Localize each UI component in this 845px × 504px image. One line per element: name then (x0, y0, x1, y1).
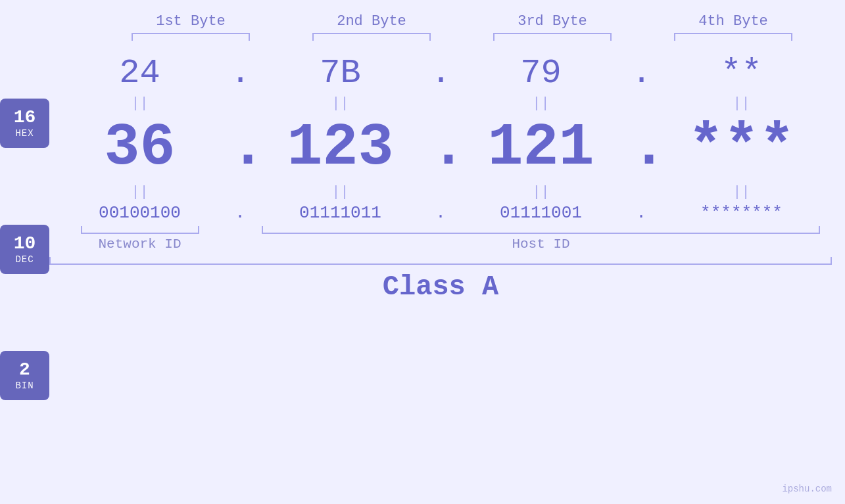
hex-dot1: . (230, 54, 250, 93)
full-bracket-line (49, 257, 832, 265)
dec-byte3: 121 (450, 114, 631, 181)
hex-value-row: 24 . 7B . 79 . ** (49, 54, 832, 93)
hex-byte1: 24 (49, 54, 230, 93)
top-brackets (39, 33, 845, 41)
id-labels: Network ID Host ID (49, 237, 832, 252)
hex-dot3: . (631, 54, 651, 93)
hex-byte4: ** (651, 54, 832, 93)
bracket-line-byte2 (312, 33, 431, 41)
dec-dot3: . (631, 114, 651, 181)
dec-value-row: 36 . 123 . 121 . *** (49, 114, 832, 181)
hex-badge-label: HEX (15, 128, 34, 139)
eq2-byte3: || (450, 184, 631, 200)
bin-byte2: 01111011 (250, 203, 431, 223)
equals-row-1: || || || || (49, 95, 832, 112)
host-bracket-wrap (250, 226, 832, 234)
main-container: 1st Byte 2nd Byte 3rd Byte 4th Byte 16 H… (0, 0, 845, 504)
byte4-header: 4th Byte (643, 13, 824, 30)
eq1-byte3: || (450, 95, 631, 112)
dec-badge: 10 DEC (0, 225, 49, 274)
byte-headers: 1st Byte 2nd Byte 3rd Byte 4th Byte (39, 0, 845, 30)
dec-badge-number: 10 (14, 234, 36, 254)
dec-byte1: 36 (49, 114, 230, 181)
id-spacer (230, 237, 250, 252)
bracket-byte1 (101, 33, 281, 41)
hex-byte2: 7B (250, 54, 431, 93)
hex-byte3: 79 (450, 54, 631, 93)
byte3-header: 3rd Byte (462, 13, 643, 30)
bin-badge-label: BIN (15, 380, 34, 391)
bracket-line-byte1 (132, 33, 250, 41)
dec-badge-label: DEC (15, 254, 34, 265)
eq1-byte1: || (49, 95, 230, 112)
dec-byte2: 123 (250, 114, 431, 181)
bracket-line-byte4 (674, 33, 792, 41)
bin-badge: 2 BIN (0, 351, 49, 400)
eq2-byte1: || (49, 184, 230, 200)
host-id-label: Host ID (250, 237, 832, 252)
dec-dot1: . (230, 114, 250, 181)
bracket-byte3 (462, 33, 643, 41)
bin-byte1: 00100100 (49, 203, 230, 223)
bin-dot2: . (431, 203, 450, 223)
values-area: 24 . 7B . 79 . ** || || || || 36 (49, 47, 845, 504)
eq1-byte2: || (250, 95, 431, 112)
labels-column: 16 HEX 10 DEC 2 BIN (0, 47, 49, 504)
host-bracket-line (262, 226, 821, 234)
bracket-byte4 (643, 33, 824, 41)
bin-byte4: ******** (651, 203, 832, 223)
bin-badge-number: 2 (19, 360, 30, 380)
bin-dot1: . (230, 203, 250, 223)
bin-byte3: 01111001 (450, 203, 631, 223)
byte1-header: 1st Byte (101, 13, 281, 30)
content-area: 16 HEX 10 DEC 2 BIN 24 . 7B . 79 . ** (0, 47, 845, 504)
hex-badge: 16 HEX (0, 99, 49, 148)
network-bracket-line (81, 226, 199, 234)
bin-value-row: 00100100 . 01111011 . 01111001 . *******… (49, 203, 832, 223)
dec-byte4: *** (651, 114, 832, 181)
bracket-byte2 (281, 33, 462, 41)
hex-badge-number: 16 (14, 108, 36, 128)
watermark: ipshu.com (782, 484, 832, 494)
class-label-wrap: Class A (49, 271, 832, 303)
eq2-byte2: || (250, 184, 431, 200)
network-bracket-wrap (49, 226, 230, 234)
full-bracket-wrap (49, 257, 832, 265)
bottom-brackets-container (49, 226, 832, 234)
eq2-byte4: || (651, 184, 832, 200)
bracket-line-byte3 (493, 33, 612, 41)
equals-row-2: || || || || (49, 184, 832, 200)
eq1-byte4: || (651, 95, 832, 112)
byte2-header: 2nd Byte (281, 13, 462, 30)
class-label: Class A (383, 271, 498, 303)
dec-dot2: . (431, 114, 450, 181)
network-id-label: Network ID (49, 237, 230, 252)
hex-dot2: . (431, 54, 450, 93)
bin-dot3: . (631, 203, 651, 223)
